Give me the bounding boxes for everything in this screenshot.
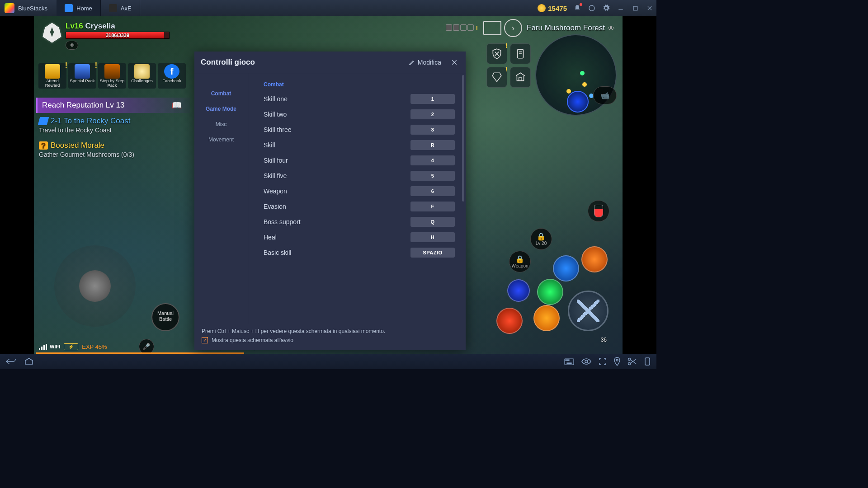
game-viewport: Lv16 Cryselia 3186/3339 👁 !Attend Reward… bbox=[0, 16, 656, 354]
game-controls-modal: Controlli gioco Modifica Combat Game Mod… bbox=[194, 52, 466, 350]
skill-button-6[interactable] bbox=[507, 279, 530, 302]
tab-label: AxE bbox=[121, 5, 132, 12]
hp-bar: 3186/3339 bbox=[66, 32, 170, 39]
nav-gamemode[interactable]: Game Mode bbox=[197, 101, 245, 117]
keyboard-icon[interactable] bbox=[564, 358, 574, 365]
visibility-nav-icon[interactable] bbox=[581, 358, 591, 365]
tab-game[interactable]: AxE bbox=[101, 0, 140, 16]
control-key-button[interactable]: 4 bbox=[410, 155, 455, 165]
quest-item[interactable]: ?Boosted Morale Gather Gourmet Mushrooms… bbox=[36, 137, 190, 162]
skill-button-4[interactable] bbox=[581, 246, 608, 272]
game-icon bbox=[109, 4, 117, 12]
control-label: Boss support bbox=[264, 218, 301, 225]
skill-wheel: 36 🔒Weapon 🔒Lv 20 bbox=[477, 200, 613, 336]
potion-button[interactable] bbox=[588, 200, 609, 222]
attend-reward-button[interactable]: !Attend Reward bbox=[38, 63, 66, 89]
home-icon bbox=[65, 4, 73, 12]
scrollbar[interactable] bbox=[462, 75, 464, 202]
control-key-button[interactable]: R bbox=[410, 140, 455, 150]
control-row: HealH bbox=[264, 232, 455, 242]
control-key-button[interactable]: 6 bbox=[410, 186, 455, 196]
control-row: Basic skillSPAZIO bbox=[264, 248, 455, 258]
shield-menu-icon[interactable] bbox=[486, 43, 507, 64]
control-key-button[interactable]: SPAZIO bbox=[410, 248, 455, 258]
show-on-startup-checkbox[interactable]: ✓ Mostra questa schermata all'avvio bbox=[202, 337, 458, 343]
record-icon[interactable]: 📹 bbox=[593, 86, 617, 104]
footer-hint: Premi Ctrl + Maiusc + H per vedere quest… bbox=[202, 328, 458, 334]
skill-button-2[interactable] bbox=[537, 279, 563, 305]
guild-emblem-icon[interactable] bbox=[38, 21, 66, 43]
pencil-icon bbox=[409, 59, 415, 66]
svg-point-22 bbox=[628, 363, 631, 365]
scroll-menu-icon[interactable] bbox=[510, 43, 531, 64]
location-eye-icon[interactable]: 👁 bbox=[608, 25, 617, 31]
fullscreen-icon[interactable] bbox=[599, 357, 607, 366]
tab-home[interactable]: Home bbox=[57, 0, 101, 16]
virtual-joystick[interactable] bbox=[54, 245, 136, 327]
svg-rect-9 bbox=[41, 347, 42, 350]
maximize-icon[interactable] bbox=[631, 4, 639, 12]
coin-value: 15475 bbox=[548, 5, 567, 12]
control-key-button[interactable]: 3 bbox=[410, 125, 455, 135]
nav-combat[interactable]: Combat bbox=[197, 86, 245, 101]
nav-movement[interactable]: Movement bbox=[197, 132, 245, 147]
account-icon[interactable] bbox=[588, 4, 596, 12]
quest-item[interactable]: 2-1 To the Rocky Coast Travel to the Roc… bbox=[36, 113, 190, 137]
locked-skill-lv20: 🔒Lv 20 bbox=[530, 228, 552, 250]
close-icon[interactable] bbox=[449, 57, 459, 67]
back-icon[interactable] bbox=[5, 358, 16, 365]
menu-slots[interactable]: ! bbox=[446, 24, 478, 32]
side-menu bbox=[486, 43, 531, 88]
svg-point-21 bbox=[628, 358, 631, 361]
coin-balance[interactable]: 15475 bbox=[538, 4, 567, 12]
svg-point-20 bbox=[616, 359, 618, 361]
svg-point-0 bbox=[589, 5, 594, 11]
notifications-icon[interactable] bbox=[573, 4, 581, 12]
basic-attack-button[interactable] bbox=[568, 291, 609, 331]
skill-button-1[interactable] bbox=[533, 305, 560, 331]
control-row: Skill three3 bbox=[264, 125, 455, 135]
close-window-icon[interactable] bbox=[646, 4, 654, 12]
scissors-icon[interactable] bbox=[627, 357, 637, 366]
challenges-button[interactable]: Challenges bbox=[128, 63, 156, 89]
control-label: Skill two bbox=[264, 111, 287, 118]
gem-menu-icon[interactable] bbox=[486, 67, 507, 88]
step-pack-button[interactable]: Step by Step Pack bbox=[98, 63, 126, 89]
target-icon[interactable] bbox=[567, 91, 589, 113]
control-key-button[interactable]: 2 bbox=[410, 109, 455, 119]
control-key-button[interactable]: 5 bbox=[410, 171, 455, 181]
svg-rect-8 bbox=[39, 348, 40, 350]
location-nav-icon[interactable] bbox=[614, 357, 620, 366]
manual-battle-button[interactable]: Manual Battle bbox=[151, 303, 179, 331]
expand-menu-icon[interactable]: › bbox=[504, 19, 522, 37]
mail-icon[interactable] bbox=[483, 21, 501, 35]
control-key-button[interactable]: F bbox=[410, 202, 455, 211]
section-title: Combat bbox=[264, 81, 455, 88]
special-pack-button[interactable]: !Special Pack bbox=[68, 63, 96, 89]
mic-icon[interactable]: 🎤 bbox=[139, 339, 154, 354]
hp-value: 3186/3339 bbox=[66, 32, 169, 38]
rotate-icon[interactable] bbox=[644, 357, 651, 366]
visibility-toggle-icon[interactable]: 👁 bbox=[66, 41, 78, 50]
modal-content: Combat Skill one1Skill two2Skill three3S… bbox=[248, 73, 466, 324]
control-label: Skill one bbox=[264, 95, 288, 103]
bluestacks-logo-icon bbox=[5, 3, 14, 13]
control-key-button[interactable]: H bbox=[410, 232, 455, 242]
bank-menu-icon[interactable] bbox=[510, 67, 531, 88]
control-key-button[interactable]: Q bbox=[410, 217, 455, 227]
facebook-button[interactable]: fFacebook bbox=[158, 63, 186, 89]
home-nav-icon[interactable] bbox=[24, 358, 33, 365]
nav-misc[interactable]: Misc bbox=[197, 117, 245, 132]
reputation-quest[interactable]: Reach Reputation Lv 13 📖 bbox=[36, 98, 190, 113]
control-row: Skill four4 bbox=[264, 155, 455, 165]
skill-button-5[interactable] bbox=[496, 308, 523, 334]
control-row: Weapon6 bbox=[264, 186, 455, 196]
control-label: Skill three bbox=[264, 126, 291, 133]
minimize-icon[interactable] bbox=[617, 4, 625, 12]
settings-icon[interactable] bbox=[602, 4, 610, 12]
control-row: Skill two2 bbox=[264, 109, 455, 119]
control-key-button[interactable]: 1 bbox=[410, 94, 455, 104]
edit-button[interactable]: Modifica bbox=[409, 59, 441, 66]
skill-button-3[interactable] bbox=[553, 255, 579, 282]
app-name: BlueStacks bbox=[18, 5, 47, 12]
